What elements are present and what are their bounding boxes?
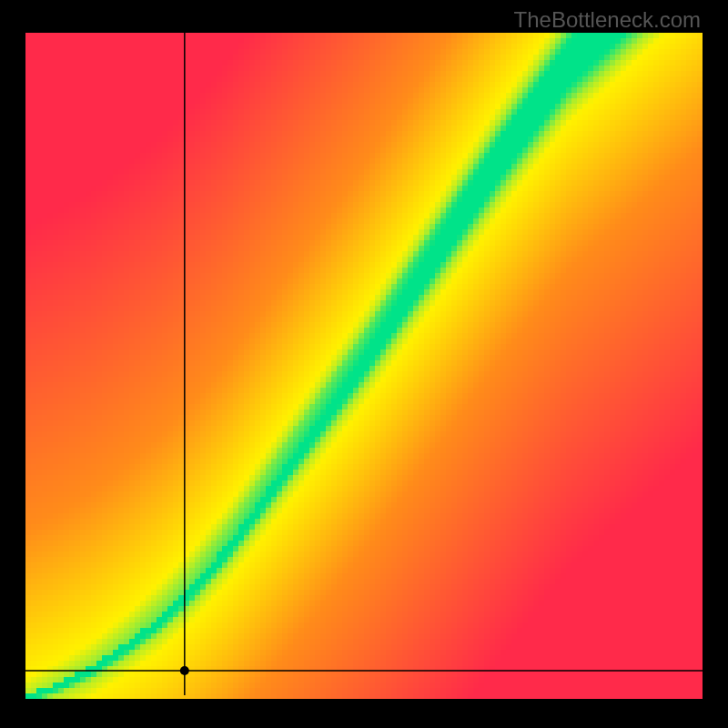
watermark-text: TheBottleneck.com	[514, 7, 701, 33]
heatmap-canvas	[0, 0, 728, 728]
chart-container: TheBottleneck.com	[0, 0, 728, 728]
